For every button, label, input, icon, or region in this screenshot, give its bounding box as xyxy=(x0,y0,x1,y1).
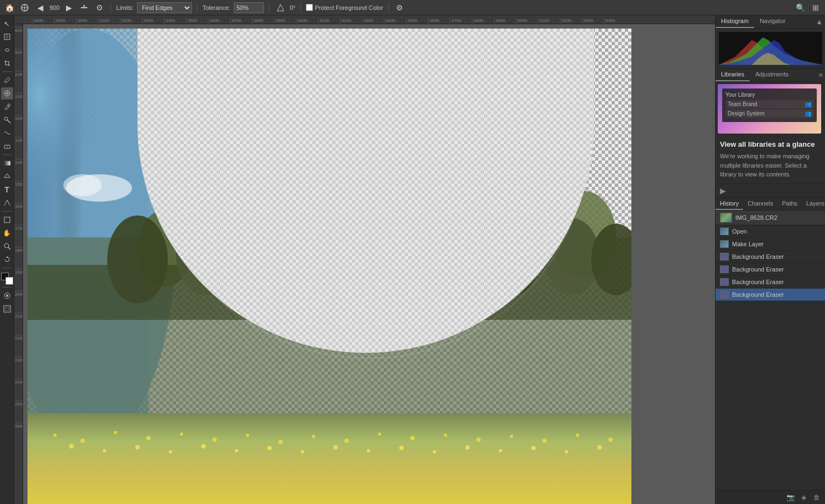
angle-icon[interactable] xyxy=(274,2,287,14)
history-item-label-open: Open xyxy=(732,228,747,235)
shape-tool[interactable] xyxy=(1,214,13,226)
brush-mode-icon1[interactable] xyxy=(78,2,90,14)
frame-tool[interactable] xyxy=(1,303,13,315)
history-item-bg-eraser-2[interactable]: Background Eraser xyxy=(716,263,825,276)
ruler-mark-v: 2100 xyxy=(15,313,23,335)
tab-navigator[interactable]: Navigator xyxy=(754,15,791,28)
history-item-make-layer[interactable]: Make Layer xyxy=(716,238,825,251)
pen-tool[interactable] xyxy=(1,170,13,182)
histogram-menu-icon[interactable]: ▲ xyxy=(813,15,825,28)
protect-checkbox-label[interactable]: Protect Foreground Color xyxy=(306,4,383,11)
tab-layers[interactable]: Layers xyxy=(802,198,825,210)
lib-team-brand-item[interactable]: Team Brand 👥 xyxy=(725,100,813,108)
ruler-mark: 3400 xyxy=(164,18,186,24)
tab-paths[interactable]: Paths xyxy=(778,198,802,210)
tab-histogram[interactable]: Histogram xyxy=(716,15,754,28)
zoom-tool[interactable] xyxy=(1,240,13,252)
limits-label: Limits: xyxy=(116,4,134,11)
hand-tool[interactable]: ✋ xyxy=(1,227,13,239)
svg-point-64 xyxy=(410,436,415,440)
history-item-bg-eraser-4[interactable]: Background Eraser xyxy=(716,289,825,301)
ruler-mark-v: 1300 xyxy=(15,137,23,159)
ruler-mark-v: 2500 xyxy=(15,401,23,423)
libraries-menu-icon[interactable]: ≡ xyxy=(816,69,825,81)
svg-marker-7 xyxy=(277,4,284,11)
history-section: History Channels Paths Layers IMG_8628.C… xyxy=(716,198,825,505)
svg-point-58 xyxy=(212,437,217,442)
eraser-tool[interactable] xyxy=(1,140,13,152)
tolerance-input[interactable] xyxy=(234,2,264,13)
canvas-viewport[interactable] xyxy=(23,24,715,504)
brush-mode-icon2[interactable] xyxy=(94,2,106,14)
history-brush-tool[interactable] xyxy=(1,127,13,139)
svg-point-55 xyxy=(114,431,117,434)
tab-libraries[interactable]: Libraries xyxy=(716,69,750,81)
new-document-btn[interactable]: ◈ xyxy=(799,492,809,502)
tool-sep2 xyxy=(2,154,12,155)
bg-color-swatch[interactable] xyxy=(6,277,13,285)
histogram-chart xyxy=(719,32,822,65)
rotate-tool[interactable] xyxy=(1,253,13,265)
search-icon-btn[interactable]: 🔍 xyxy=(794,2,806,14)
brush-tool-left[interactable] xyxy=(1,101,13,113)
ruler-mark-v: 2300 xyxy=(15,357,23,379)
tab-history[interactable]: History xyxy=(716,198,743,210)
quick-mask-tool[interactable] xyxy=(1,290,13,302)
svg-point-66 xyxy=(476,437,481,442)
ruler-mark-v: 1900 xyxy=(15,269,23,291)
create-snapshot-btn[interactable]: 📷 xyxy=(785,492,795,502)
delete-history-btn[interactable]: 🗑 xyxy=(812,492,822,502)
brush-tool-icon[interactable] xyxy=(19,2,31,14)
canvas-area: 2800 2900 3000 3100 3200 3300 3400 3500 … xyxy=(14,15,715,504)
calibrate-icon[interactable]: ⚙ xyxy=(394,2,406,14)
svg-marker-22 xyxy=(6,256,8,258)
canvas-image[interactable] xyxy=(28,29,631,504)
play-button[interactable]: ▶ xyxy=(720,186,726,195)
artboard-tool[interactable] xyxy=(1,31,13,43)
history-item-icon-eraser-1 xyxy=(720,253,729,261)
svg-point-87 xyxy=(597,445,602,450)
sep5 xyxy=(388,3,389,13)
lasso-tool[interactable] xyxy=(1,44,13,56)
ruler-mark-v: 1600 xyxy=(15,203,23,225)
toolbar: 🏠 ◀ 900 ▶ Limits: Find Edges Discontiguo… xyxy=(0,0,825,15)
ruler-mark-v: 1000 xyxy=(15,71,23,93)
history-item-icon-eraser-4 xyxy=(720,291,729,298)
svg-point-63 xyxy=(378,433,381,436)
tab-channels[interactable]: Channels xyxy=(743,198,777,210)
brush-prev-icon[interactable]: ◀ xyxy=(34,2,46,14)
eyedropper-tool[interactable] xyxy=(1,74,13,86)
svg-point-60 xyxy=(278,440,283,444)
home-icon-btn[interactable]: 🏠 xyxy=(3,2,15,14)
healing-tool[interactable] xyxy=(1,87,13,99)
protect-checkbox[interactable] xyxy=(306,4,313,11)
histogram-svg xyxy=(719,32,822,65)
history-item-label-eraser-2: Background Eraser xyxy=(732,266,784,273)
ruler-mark-v: 800 xyxy=(15,27,23,49)
svg-point-72 xyxy=(103,449,106,452)
clone-stamp-tool[interactable] xyxy=(1,114,13,126)
ruler-mark-v: 1500 xyxy=(15,181,23,203)
ruler-mark: 3100 xyxy=(98,18,120,24)
history-filename: IMG_8628.CR2 xyxy=(735,214,777,221)
ruler-top: 2800 2900 3000 3100 3200 3300 3400 3500 … xyxy=(14,15,715,24)
crop-tool[interactable] xyxy=(1,57,13,69)
history-item-label-eraser-1: Background Eraser xyxy=(732,253,784,260)
text-tool[interactable]: T xyxy=(1,184,13,196)
history-item-bg-eraser-3[interactable]: Background Eraser xyxy=(716,276,825,289)
ruler-mark: 4700 xyxy=(450,18,472,24)
history-item-bg-eraser-1[interactable]: Background Eraser xyxy=(716,251,825,263)
tool-sep3 xyxy=(2,211,12,212)
move-tool[interactable]: ↖ xyxy=(1,18,13,30)
history-item-open[interactable]: Open xyxy=(716,225,825,238)
lib-design-system-item[interactable]: Design System 👥 xyxy=(725,109,813,118)
gradient-tool[interactable] xyxy=(1,157,13,169)
tab-adjustments[interactable]: Adjustments xyxy=(750,69,794,81)
limits-dropdown[interactable]: Find Edges Discontiguous Contiguous xyxy=(137,2,192,13)
path-select-tool[interactable] xyxy=(1,197,13,209)
ruler-left: 800 900 1000 1100 1200 1300 1400 1500 16… xyxy=(14,24,23,504)
brush-next-icon[interactable]: ▶ xyxy=(63,2,75,14)
svg-point-78 xyxy=(301,450,304,453)
view-mode-icon[interactable]: ⊞ xyxy=(810,2,822,14)
svg-point-65 xyxy=(444,434,447,437)
